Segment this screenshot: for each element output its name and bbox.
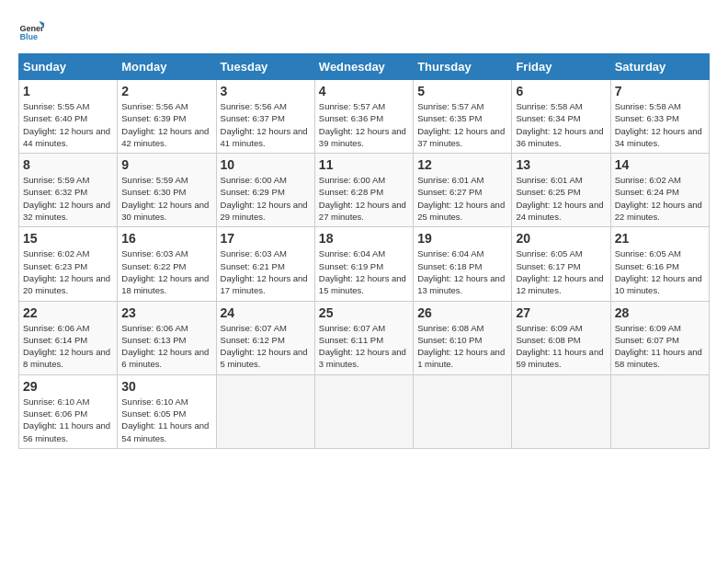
sunrise-label: Sunrise: 5:55 AM [23, 101, 89, 111]
sunrise-label: Sunrise: 6:06 AM [121, 323, 188, 333]
sunset-label: Sunset: 6:34 PM [516, 113, 580, 123]
sunrise-label: Sunrise: 6:09 AM [516, 323, 582, 333]
sunrise-label: Sunrise: 6:02 AM [23, 248, 89, 259]
daylight-label: Daylight: 12 hours and 41 minutes. [221, 126, 308, 148]
sunset-label: Sunset: 6:16 PM [615, 261, 679, 271]
calendar-cell: 3 Sunrise: 5:56 AM Sunset: 6:37 PM Dayli… [216, 80, 314, 154]
day-number: 2 [121, 84, 211, 98]
daylight-label: Daylight: 12 hours and 36 minutes. [516, 126, 603, 148]
calendar-cell: 14 Sunrise: 6:02 AM Sunset: 6:24 PM Dayl… [610, 154, 709, 227]
day-number: 19 [417, 231, 507, 246]
cell-content: Sunrise: 6:08 AM Sunset: 6:10 PM Dayligh… [417, 322, 507, 371]
cell-content: Sunrise: 6:03 AM Sunset: 6:22 PM Dayligh… [121, 247, 211, 296]
sunset-label: Sunset: 6:40 PM [23, 113, 87, 123]
sunrise-label: Sunrise: 6:03 AM [121, 248, 188, 259]
calendar-cell [512, 374, 610, 448]
sunset-label: Sunset: 6:28 PM [319, 187, 383, 197]
sunset-label: Sunset: 6:05 PM [121, 408, 186, 419]
day-number: 23 [121, 305, 211, 320]
calendar-cell: 22 Sunrise: 6:06 AM Sunset: 6:14 PM Dayl… [19, 301, 118, 374]
weekday-header-friday: Friday [512, 54, 610, 80]
daylight-label: Daylight: 12 hours and 18 minutes. [121, 273, 209, 295]
calendar-cell: 1 Sunrise: 5:55 AM Sunset: 6:40 PM Dayli… [19, 80, 118, 154]
sunset-label: Sunset: 6:33 PM [615, 113, 679, 123]
weekday-header-monday: Monday [118, 54, 216, 80]
cell-content: Sunrise: 6:09 AM Sunset: 6:08 PM Dayligh… [516, 322, 606, 371]
calendar-cell: 28 Sunrise: 6:09 AM Sunset: 6:07 PM Dayl… [610, 301, 709, 374]
calendar-cell: 6 Sunrise: 5:58 AM Sunset: 6:34 PM Dayli… [512, 80, 610, 154]
sunset-label: Sunset: 6:19 PM [319, 261, 383, 271]
weekday-header-sunday: Sunday [19, 54, 118, 80]
sunrise-label: Sunrise: 5:56 AM [121, 101, 188, 111]
daylight-label: Daylight: 12 hours and 6 minutes. [121, 347, 209, 369]
sunset-label: Sunset: 6:30 PM [121, 187, 186, 197]
day-number: 26 [417, 305, 507, 320]
daylight-label: Daylight: 12 hours and 39 minutes. [319, 126, 406, 148]
cell-content: Sunrise: 6:10 AM Sunset: 6:06 PM Dayligh… [23, 396, 113, 444]
sunrise-label: Sunrise: 6:08 AM [417, 323, 483, 333]
sunrise-label: Sunrise: 5:58 AM [516, 101, 582, 111]
page-header: General Blue [18, 18, 710, 44]
daylight-label: Daylight: 11 hours and 56 minutes. [23, 420, 110, 442]
calendar-week-row: 22 Sunrise: 6:06 AM Sunset: 6:14 PM Dayl… [19, 301, 710, 374]
sunrise-label: Sunrise: 6:07 AM [319, 323, 385, 333]
cell-content: Sunrise: 6:09 AM Sunset: 6:07 PM Dayligh… [615, 322, 705, 371]
cell-content: Sunrise: 6:07 AM Sunset: 6:12 PM Dayligh… [221, 322, 311, 371]
sunset-label: Sunset: 6:25 PM [516, 187, 580, 197]
weekday-header-row: SundayMondayTuesdayWednesdayThursdayFrid… [19, 54, 710, 80]
daylight-label: Daylight: 12 hours and 8 minutes. [23, 347, 110, 369]
sunrise-label: Sunrise: 5:59 AM [23, 175, 89, 185]
calendar-cell: 10 Sunrise: 6:00 AM Sunset: 6:29 PM Dayl… [216, 154, 314, 227]
daylight-label: Daylight: 12 hours and 15 minutes. [319, 273, 406, 295]
day-number: 27 [516, 305, 606, 320]
cell-content: Sunrise: 6:04 AM Sunset: 6:19 PM Dayligh… [319, 247, 409, 296]
daylight-label: Daylight: 12 hours and 30 minutes. [121, 200, 209, 222]
calendar-week-row: 29 Sunrise: 6:10 AM Sunset: 6:06 PM Dayl… [19, 374, 710, 448]
cell-content: Sunrise: 6:05 AM Sunset: 6:16 PM Dayligh… [615, 247, 705, 296]
day-number: 14 [615, 157, 705, 172]
cell-content: Sunrise: 6:02 AM Sunset: 6:23 PM Dayligh… [23, 247, 113, 296]
cell-content: Sunrise: 6:00 AM Sunset: 6:29 PM Dayligh… [221, 174, 311, 223]
daylight-label: Daylight: 12 hours and 25 minutes. [417, 200, 505, 222]
cell-content: Sunrise: 6:06 AM Sunset: 6:13 PM Dayligh… [121, 322, 211, 371]
sunrise-label: Sunrise: 6:07 AM [221, 323, 287, 333]
calendar-week-row: 8 Sunrise: 5:59 AM Sunset: 6:32 PM Dayli… [19, 154, 710, 227]
sunset-label: Sunset: 6:18 PM [417, 261, 482, 271]
sunset-label: Sunset: 6:14 PM [23, 335, 87, 345]
sunset-label: Sunset: 6:39 PM [121, 113, 186, 123]
cell-content: Sunrise: 5:58 AM Sunset: 6:33 PM Dayligh… [615, 100, 705, 149]
sunrise-label: Sunrise: 6:04 AM [319, 248, 385, 259]
daylight-label: Daylight: 12 hours and 20 minutes. [23, 273, 110, 295]
sunrise-label: Sunrise: 6:05 AM [516, 248, 582, 259]
calendar-cell: 20 Sunrise: 6:05 AM Sunset: 6:17 PM Dayl… [512, 227, 610, 301]
calendar-cell: 12 Sunrise: 6:01 AM Sunset: 6:27 PM Dayl… [414, 154, 512, 227]
sunrise-label: Sunrise: 6:03 AM [221, 248, 287, 259]
sunset-label: Sunset: 6:11 PM [319, 335, 383, 345]
sunset-label: Sunset: 6:29 PM [221, 187, 285, 197]
daylight-label: Daylight: 12 hours and 1 minute. [417, 347, 505, 369]
day-number: 22 [23, 305, 113, 320]
calendar-cell: 29 Sunrise: 6:10 AM Sunset: 6:06 PM Dayl… [19, 374, 118, 448]
sunrise-label: Sunrise: 5:58 AM [615, 101, 681, 111]
day-number: 20 [516, 231, 606, 246]
daylight-label: Daylight: 12 hours and 17 minutes. [221, 273, 308, 295]
calendar-cell: 21 Sunrise: 6:05 AM Sunset: 6:16 PM Dayl… [610, 227, 709, 301]
sunrise-label: Sunrise: 6:05 AM [615, 248, 681, 259]
day-number: 30 [121, 379, 211, 394]
sunrise-label: Sunrise: 6:10 AM [23, 396, 89, 407]
cell-content: Sunrise: 5:59 AM Sunset: 6:30 PM Dayligh… [121, 174, 211, 223]
daylight-label: Daylight: 12 hours and 27 minutes. [319, 200, 406, 222]
daylight-label: Daylight: 12 hours and 13 minutes. [417, 273, 505, 295]
sunrise-label: Sunrise: 6:06 AM [23, 323, 89, 333]
calendar-cell: 8 Sunrise: 5:59 AM Sunset: 6:32 PM Dayli… [19, 154, 118, 227]
sunset-label: Sunset: 6:23 PM [23, 261, 87, 271]
sunset-label: Sunset: 6:35 PM [417, 113, 482, 123]
cell-content: Sunrise: 6:01 AM Sunset: 6:25 PM Dayligh… [516, 174, 606, 223]
day-number: 12 [417, 157, 507, 172]
day-number: 11 [319, 157, 409, 172]
sunrise-label: Sunrise: 6:02 AM [615, 175, 681, 185]
daylight-label: Daylight: 12 hours and 12 minutes. [516, 273, 603, 295]
sunrise-label: Sunrise: 6:00 AM [221, 175, 287, 185]
sunrise-label: Sunrise: 6:09 AM [615, 323, 681, 333]
cell-content: Sunrise: 6:06 AM Sunset: 6:14 PM Dayligh… [23, 322, 113, 371]
